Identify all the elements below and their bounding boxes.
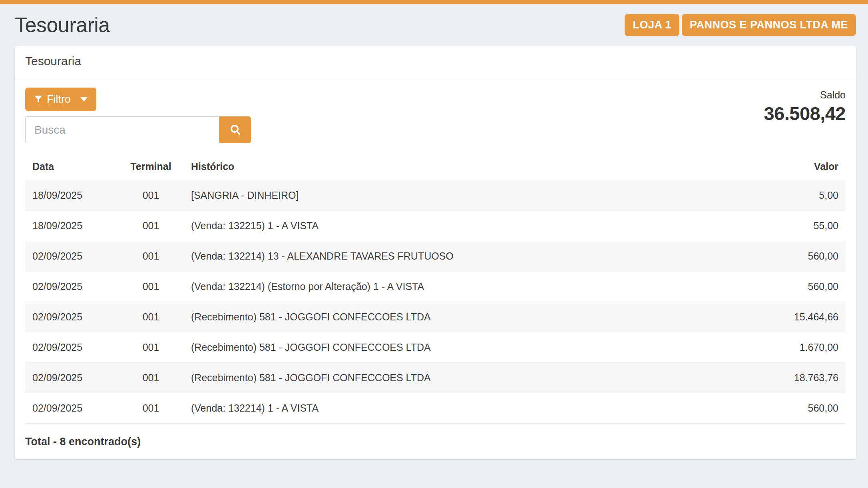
cell-valor: 15.464,66 <box>730 302 846 332</box>
table-row[interactable]: 02/09/2025 001 (Recebimento) 581 - JOGGO… <box>25 363 846 393</box>
table-row[interactable]: 18/09/2025 001 [SANGRIA - DINHEIRO] 5,00 <box>25 180 846 211</box>
saldo-label: Saldo <box>764 89 846 101</box>
company-badge: PANNOS E PANNOS LTDA ME <box>682 14 856 36</box>
cell-data: 02/09/2025 <box>25 241 118 272</box>
col-header-historico: Histórico <box>184 153 730 180</box>
filter-button-label: Filtro <box>47 94 71 105</box>
table-row[interactable]: 02/09/2025 001 (Recebimento) 581 - JOGGO… <box>25 332 846 363</box>
transactions-table: Data Terminal Histórico Valor 18/09/2025… <box>25 153 846 423</box>
saldo-value: 36.508,42 <box>764 102 846 124</box>
table-row[interactable]: 02/09/2025 001 (Venda: 132214) 1 - A VIS… <box>25 393 846 424</box>
cell-terminal: 001 <box>118 272 184 302</box>
cell-terminal: 001 <box>118 180 184 211</box>
cell-valor: 18.763,76 <box>730 363 846 393</box>
card-title: Tesouraria <box>15 46 856 77</box>
cell-terminal: 001 <box>118 363 184 393</box>
cell-data: 18/09/2025 <box>25 180 118 211</box>
total-count: Total - 8 encontrado(s) <box>25 423 846 459</box>
cell-data: 18/09/2025 <box>25 211 118 241</box>
cell-valor: 560,00 <box>730 241 846 272</box>
cell-terminal: 001 <box>118 332 184 363</box>
magnifier-icon <box>229 124 242 136</box>
search-input[interactable] <box>25 116 219 143</box>
toolbar: Filtro <box>25 88 846 143</box>
store-badge: LOJA 1 <box>625 14 679 36</box>
store-badges: LOJA 1 PANNOS E PANNOS LTDA ME <box>625 14 856 36</box>
table-body: 18/09/2025 001 [SANGRIA - DINHEIRO] 5,00… <box>25 180 846 423</box>
saldo-block: Saldo 36.508,42 <box>764 88 846 124</box>
col-header-data: Data <box>25 153 118 180</box>
cell-terminal: 001 <box>118 393 184 424</box>
page-container: Tesouraria LOJA 1 PANNOS E PANNOS LTDA M… <box>0 4 868 459</box>
table-row[interactable]: 02/09/2025 001 (Venda: 132214) 13 - ALEX… <box>25 241 846 272</box>
cell-data: 02/09/2025 <box>25 302 118 332</box>
cell-historico: (Venda: 132214) 1 - A VISTA <box>184 393 730 424</box>
chevron-down-icon <box>80 97 88 102</box>
table-row[interactable]: 02/09/2025 001 (Venda: 132214) (Estorno … <box>25 272 846 302</box>
cell-historico: (Recebimento) 581 - JOGGOFI CONFECCOES L… <box>184 363 730 393</box>
funnel-icon <box>34 95 43 104</box>
cell-historico: (Recebimento) 581 - JOGGOFI CONFECCOES L… <box>184 332 730 363</box>
cell-terminal: 001 <box>118 241 184 272</box>
search-button[interactable] <box>219 116 251 143</box>
cell-valor: 1.670,00 <box>730 332 846 363</box>
page-header: Tesouraria LOJA 1 PANNOS E PANNOS LTDA M… <box>15 13 856 37</box>
top-accent-bar <box>0 0 868 4</box>
cell-data: 02/09/2025 <box>25 332 118 363</box>
filter-button[interactable]: Filtro <box>25 88 96 111</box>
cell-data: 02/09/2025 <box>25 393 118 424</box>
cell-historico: (Venda: 132214) 13 - ALEXANDRE TAVARES F… <box>184 241 730 272</box>
cell-terminal: 001 <box>118 211 184 241</box>
table-row[interactable]: 18/09/2025 001 (Venda: 132215) 1 - A VIS… <box>25 211 846 241</box>
cell-historico: [SANGRIA - DINHEIRO] <box>184 180 730 211</box>
card-body: Filtro <box>15 77 856 459</box>
table-header: Data Terminal Histórico Valor <box>25 153 846 180</box>
cell-terminal: 001 <box>118 302 184 332</box>
cell-historico: (Venda: 132214) (Estorno por Alteração) … <box>184 272 730 302</box>
cell-valor: 5,00 <box>730 180 846 211</box>
toolbar-left: Filtro <box>25 88 251 143</box>
col-header-valor: Valor <box>730 153 846 180</box>
table-row[interactable]: 02/09/2025 001 (Recebimento) 581 - JOGGO… <box>25 302 846 332</box>
cell-data: 02/09/2025 <box>25 272 118 302</box>
col-header-terminal: Terminal <box>118 153 184 180</box>
cell-historico: (Recebimento) 581 - JOGGOFI CONFECCOES L… <box>184 302 730 332</box>
page-title: Tesouraria <box>15 13 110 37</box>
cell-valor: 560,00 <box>730 393 846 424</box>
search-group <box>25 116 251 143</box>
cell-data: 02/09/2025 <box>25 363 118 393</box>
tesouraria-card: Tesouraria Filtro <box>15 46 856 459</box>
cell-valor: 560,00 <box>730 272 846 302</box>
cell-valor: 55,00 <box>730 211 846 241</box>
cell-historico: (Venda: 132215) 1 - A VISTA <box>184 211 730 241</box>
